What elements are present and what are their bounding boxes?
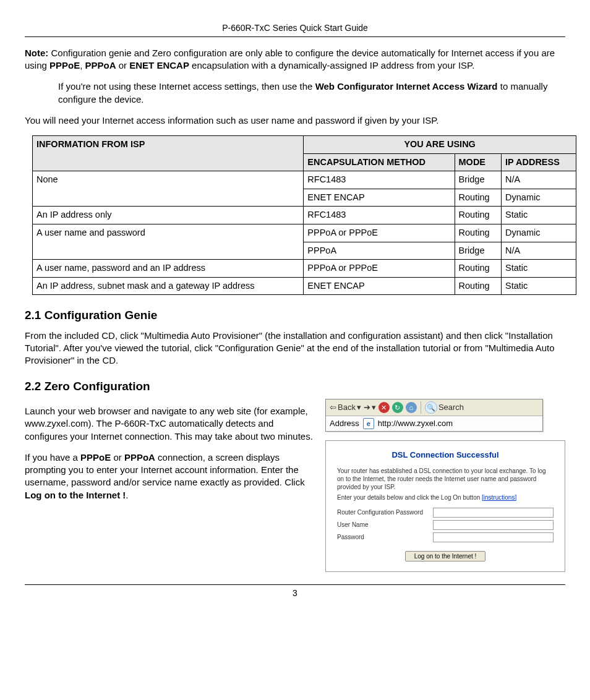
table-row: None RFC1483 Bridge N/A (33, 171, 576, 189)
header-divider (25, 36, 565, 37)
bold-pppoe: PPPoE (80, 452, 111, 463)
note-text-1c: encapsulation with a dynamically-assigne… (189, 60, 474, 70)
section-22-p2: If you have a PPPoE or PPPoA connection,… (25, 451, 315, 502)
search-icon: 🔍 (425, 401, 437, 414)
note-label: Note: (25, 48, 48, 58)
th-info: INFORMATION FROM ISP (33, 136, 304, 171)
page-number: 3 (25, 587, 565, 599)
back-label: Back (338, 402, 356, 413)
refresh-icon[interactable]: ↻ (392, 402, 403, 413)
dialog-msg1: Your router has established a DSL connec… (337, 467, 554, 491)
isp-table: INFORMATION FROM ISP YOU ARE USING ENCAP… (32, 135, 576, 295)
router-password-input[interactable] (433, 508, 554, 518)
footer-divider (25, 584, 565, 585)
dialog-title: DSL Connection Successful (337, 450, 554, 461)
dialog-msg2: Enter your details below and click the L… (337, 493, 554, 502)
section-21-body: From the included CD, click "Multimedia … (25, 330, 565, 367)
search-label: Search (438, 402, 464, 413)
table-row: A user name and password PPPoA or PPPoE … (33, 224, 576, 242)
username-input[interactable] (433, 520, 554, 530)
th-mode: MODE (455, 153, 502, 171)
note-bold-pppoa: PPPoA (85, 60, 116, 70)
table-row: A user name, password and an IP address … (33, 260, 576, 278)
note-text-2a: If you're not using these Internet acces… (58, 81, 315, 92)
search-button[interactable]: 🔍 Search (425, 401, 464, 414)
back-arrow-icon: ⇦ (330, 402, 336, 413)
address-label: Address (330, 418, 359, 429)
section-22-heading: 2.2 Zero Configuration (25, 378, 565, 395)
toolbar-separator (421, 401, 421, 414)
forward-button[interactable]: ➔ ▾ (364, 402, 376, 413)
password-label: Password (337, 533, 433, 542)
table-row: An IP address only RFC1483 Routing Stati… (33, 207, 576, 224)
ie-icon: e (363, 418, 374, 429)
dsl-dialog: DSL Connection Successful Your router ha… (325, 440, 565, 572)
chevron-down-icon: ▾ (372, 402, 376, 413)
th-ip: IP ADDRESS (502, 153, 576, 171)
home-icon[interactable]: ⌂ (406, 402, 417, 413)
bold-logon: Log on to the Internet ! (25, 490, 126, 500)
note-bold-enet: ENET ENCAP (129, 60, 189, 70)
note-block: Note: Configuration genie and Zero confi… (25, 47, 565, 106)
th-using: YOU ARE USING (304, 136, 576, 154)
instructions-link[interactable]: [instructions] (482, 494, 516, 501)
th-encap: ENCAPSULATION METHOD (304, 153, 455, 171)
bold-pppoa: PPPoA (124, 452, 155, 463)
page-header: P-660R-TxC Series Quick Start Guide (25, 22, 565, 34)
logon-button[interactable]: Log on to the Internet ! (405, 551, 486, 561)
intro-text: You will need your Internet access infor… (25, 114, 565, 127)
note-bold-wizard: Web Configurator Internet Access Wizard (315, 81, 498, 92)
chevron-down-icon: ▾ (357, 402, 361, 413)
forward-arrow-icon: ➔ (364, 402, 370, 413)
section-22-p1: Launch your web browser and navigate to … (25, 405, 315, 443)
back-button[interactable]: ⇦ Back ▾ (330, 402, 361, 413)
table-row: An IP address, subnet mask and a gateway… (33, 277, 576, 295)
browser-toolbar: ⇦ Back ▾ ➔ ▾ ✕ ↻ ⌂ 🔍 Search Address (325, 399, 543, 432)
section-21-heading: 2.1 Configuration Genie (25, 307, 565, 323)
password-input[interactable] (433, 532, 554, 542)
router-password-label: Router Configuration Password (337, 508, 433, 517)
username-label: User Name (337, 521, 433, 529)
note-bold-pppoe: PPPoE (49, 60, 80, 70)
address-input[interactable]: http://www.zyxel.com (378, 418, 539, 429)
stop-icon[interactable]: ✕ (378, 402, 390, 413)
